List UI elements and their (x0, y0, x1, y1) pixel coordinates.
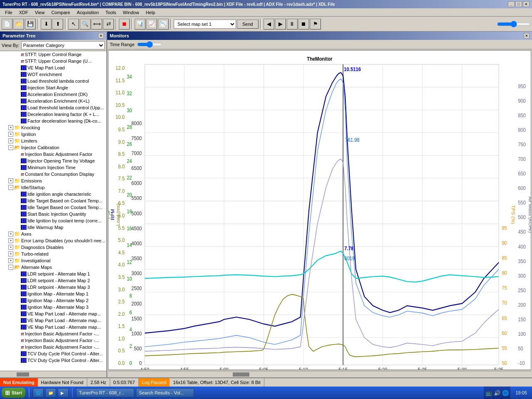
save-btn[interactable]: 💾 (25, 19, 36, 30)
tree-item-inj-opening[interactable]: Injector Opening Time by Voltage (0, 158, 106, 164)
tree-item-alt-maps[interactable]: −📂Alternate Maps (0, 264, 106, 271)
tree-item-ve-alt-2[interactable]: VE Map Part Load - Alternate map... (0, 317, 106, 324)
param-tree-close-button[interactable]: × (98, 33, 104, 39)
tree-item-axes[interactable]: +📁Axes (0, 231, 106, 237)
cursor-btn[interactable]: ↖ (68, 19, 79, 30)
open-btn[interactable]: 📁 (13, 19, 24, 30)
tree-item-inj-cal[interactable]: −📂Injector Calibration (0, 144, 106, 151)
tree-item-idle-startup[interactable]: −📂Idle/Startup (0, 184, 106, 191)
tree-item-accel-dk[interactable]: Acceleration Enrichment (DK) (0, 91, 106, 98)
taskbar-app-tunerpro[interactable]: TunerPro RT - 608_r... (76, 388, 134, 397)
menu-tools[interactable]: Tools (102, 9, 120, 16)
tree-item-inj-start[interactable]: Injection Start Angle (0, 84, 106, 91)
tree-item-ve-alt-3[interactable]: VE Map Part Load - Alternate map... (0, 324, 106, 330)
flag-btn[interactable]: ⚑ (310, 19, 321, 30)
tree-item-stft-upper-1[interactable]: πSTFT: Upper Control Range (0, 51, 106, 58)
tree-item-ignition[interactable]: +📁Ignition (0, 131, 106, 138)
tree-item-ign-alt-1[interactable]: Ignition Map - Alternate Map 1 (0, 291, 106, 297)
tree-item-investigational[interactable]: +📁Investigational (0, 257, 106, 264)
tree-item-turbo[interactable]: +📁Turbo-related (0, 251, 106, 257)
tree-item-idle-warmup[interactable]: Idle Warmup Map (0, 224, 106, 231)
tree-item-error-lamp[interactable]: +📁Error Lamp Disables (you shouldn't nee… (0, 237, 106, 244)
monitor-chart: TheMonitor (108, 51, 531, 369)
quick-launch-ie[interactable]: 🌐 (33, 388, 44, 397)
map-set-dropdown[interactable]: Select map set 1 (174, 20, 236, 29)
menu-acquisition[interactable]: Acquisition (74, 9, 102, 16)
tree-item-decel-lean[interactable]: Deceleration leaning factor (K + L... (0, 111, 106, 118)
menu-view[interactable]: View (32, 9, 48, 16)
time-range-slider[interactable] (137, 41, 162, 48)
tree-item-inj-basic[interactable]: πInjection Basic Adjustment Factor (0, 151, 106, 158)
tree-item-load-thresh[interactable]: Load threshold lambda control (0, 78, 106, 84)
tree-h-scrollbar[interactable] (0, 371, 106, 377)
play-btn[interactable]: ▶ (275, 19, 286, 30)
down-btn[interactable]: ⬇ (41, 19, 52, 30)
tree-item-ldr-1[interactable]: LDR setpoint - Alternate Map 1 (0, 271, 106, 277)
tree-item-idle-target-2[interactable]: Idle Target Based on Coolant Temp... (0, 204, 106, 211)
stop-red-btn[interactable]: ⏹ (119, 19, 130, 30)
tree-item-idle-ign-coolant[interactable]: Idle Ignition by coolant temp (corre... (0, 217, 106, 224)
tree-item-stft-upper-2[interactable]: πSTFT: Upper Control Range (U... (0, 58, 106, 64)
tree-item-limiters[interactable]: +📁Limiters (0, 138, 106, 144)
sync-btn[interactable]: ⇄ (103, 19, 114, 30)
menu-compare[interactable]: Compare (48, 9, 73, 16)
tree-label-inj-opening: Injector Opening Time by Voltage (27, 158, 95, 163)
monitors-close-button[interactable]: × (524, 33, 530, 39)
maximize-button[interactable]: □ (515, 1, 522, 7)
chart1-btn[interactable]: 📊 (135, 19, 145, 30)
tree-item-inj-basic-alt-2[interactable]: πInjection Basic Adjustment Factor -... (0, 337, 106, 344)
menu-window[interactable]: Window (120, 9, 143, 16)
menu-xdf[interactable]: XDF (16, 9, 32, 16)
tree-item-ign-alt-2[interactable]: Ignition Map - Alternate Map 2 (0, 297, 106, 304)
up-btn[interactable]: ⬆ (52, 19, 63, 30)
tree-item-ign-alt-3[interactable]: Ignition Map - Alternate Map 3 (0, 304, 106, 310)
compare-btn[interactable]: ⟺ (91, 19, 102, 30)
minimize-button[interactable]: _ (508, 1, 515, 7)
tree-item-idle-target-1[interactable]: Idle Target Based on Coolant Temp... (0, 197, 106, 204)
tree-item-tcv-2[interactable]: TCV Duty Cycle Pilot Control - Alter... (0, 357, 106, 364)
volume-slider[interactable] (497, 21, 530, 27)
menu-file[interactable]: File (2, 9, 16, 16)
tree-item-diag-dis[interactable]: +📁Diagnostics Disables (0, 244, 106, 251)
svg-text:100: 100 (518, 331, 526, 337)
menu-help[interactable]: Help (143, 9, 159, 16)
send-button[interactable]: Send (237, 20, 259, 29)
tree-item-inj-basic-alt-3[interactable]: πInjection Basic Adjustment Factor -... (0, 344, 106, 350)
tree-item-ldr-2[interactable]: LDR setpoint - Alternate Map 2 (0, 277, 106, 284)
tree-item-factor-decel[interactable]: Factor deceleration leaning (Dk-co... (0, 118, 106, 124)
new-btn[interactable]: 📄 (2, 19, 12, 30)
chart3-btn[interactable]: 📉 (158, 19, 169, 30)
rewind-btn[interactable]: ◀ (264, 19, 274, 30)
tree-item-accel-k[interactable]: Acceleration Enrichment (K+L) (0, 98, 106, 104)
svg-text:2000: 2000 (131, 300, 142, 306)
quick-launch-media[interactable]: ▶ (58, 388, 69, 397)
tree-item-tcv-1[interactable]: TCV Duty Cycle Pilot Control - Alter... (0, 350, 106, 357)
tree-item-min-inj[interactable]: Minimum Injection Time (0, 164, 106, 171)
close-button[interactable]: × (523, 1, 530, 7)
tree-item-wot[interactable]: WOT enrichment (0, 71, 106, 78)
monitors-h-scrollbar[interactable] (108, 371, 531, 377)
tree-item-inj-basic-alt-1[interactable]: πInjection Basic Adjustment Factor -... (0, 330, 106, 337)
tree-container[interactable]: πSTFT: Upper Control RangeπSTFT: Upper C… (0, 51, 106, 371)
start-button[interactable]: ⊞ Start (2, 388, 25, 398)
tree-item-load-thresh-upp[interactable]: Load threshold lambda control (Upp... (0, 104, 106, 111)
svg-text:6000: 6000 (131, 180, 142, 186)
taskbar-app-search[interactable]: Search Results - Vol... (136, 388, 194, 397)
tree-label-load-thresh-upp: Load threshold lambda control (Upp... (27, 105, 104, 110)
svg-text:12.0: 12.0 (116, 65, 125, 71)
tree-item-ve-alt-1[interactable]: VE Map Part Load - Alternate map... (0, 310, 106, 317)
tree-item-ve-map[interactable]: VE Map Part Load (0, 64, 106, 71)
tree-item-idle-ign[interactable]: Idle ignition angle characteristic (0, 191, 106, 197)
chart2-btn[interactable]: 📈 (146, 19, 157, 30)
pause-btn[interactable]: ⏸ (287, 19, 298, 30)
tree-item-ldr-3[interactable]: LDR setpoint - Alternate Map 3 (0, 284, 106, 291)
tree-item-emissions[interactable]: +📁Emissions (0, 177, 106, 184)
tree-item-start-basic[interactable]: Start Basic Injection Quantity (0, 211, 106, 217)
tree-item-constant-cons[interactable]: πConstant for Consumption Display (0, 171, 106, 177)
quick-launch-folder[interactable]: 📁 (45, 388, 56, 397)
tree-item-knocking[interactable]: +📁Knocking (0, 124, 106, 131)
view-by-select[interactable]: Parameter Category (21, 41, 105, 49)
zoom-btn[interactable]: 🔍 (80, 19, 91, 30)
sep4 (131, 19, 133, 30)
stop-btn[interactable]: ⏹ (298, 19, 309, 30)
